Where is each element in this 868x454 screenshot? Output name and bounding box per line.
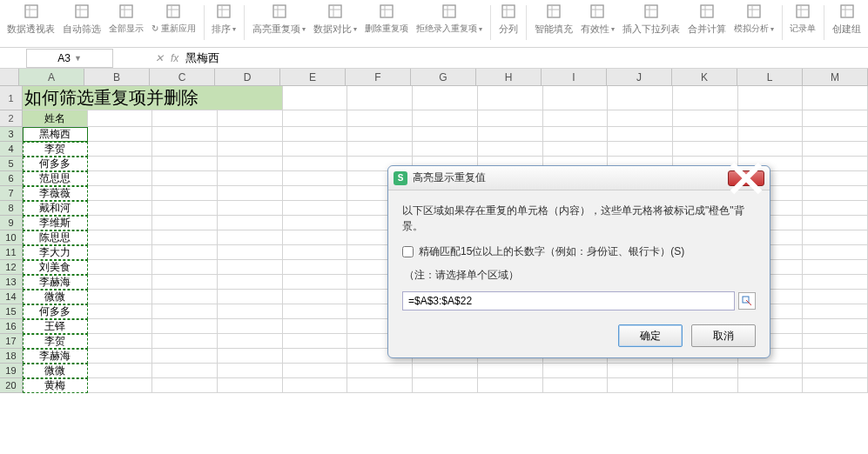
cell[interactable] xyxy=(218,275,283,290)
cell[interactable] xyxy=(218,260,283,275)
cell[interactable] xyxy=(803,290,868,304)
cell[interactable] xyxy=(803,378,868,393)
col-header-E[interactable]: E xyxy=(280,69,346,85)
cell[interactable] xyxy=(88,110,153,127)
cell[interactable] xyxy=(478,127,543,142)
row-header[interactable]: 10 xyxy=(0,230,23,245)
row-header[interactable]: 8 xyxy=(0,201,23,216)
cell[interactable] xyxy=(283,86,348,110)
cell[interactable] xyxy=(283,142,348,157)
ribbon-dedupe-button[interactable]: 删除重复项 xyxy=(361,2,412,43)
cell[interactable] xyxy=(152,334,218,349)
cell[interactable] xyxy=(283,334,348,349)
cell[interactable] xyxy=(803,171,868,186)
col-header-M[interactable]: M xyxy=(803,69,868,85)
dialog-titlebar[interactable]: S 高亮显示重复值 xyxy=(388,166,770,190)
cell[interactable] xyxy=(88,304,153,319)
cell[interactable] xyxy=(478,378,543,393)
data-cell[interactable]: 何多多 xyxy=(23,304,88,319)
col-header-F[interactable]: F xyxy=(346,69,411,85)
cell[interactable] xyxy=(152,142,218,157)
cell[interactable] xyxy=(803,364,868,378)
fx-icon[interactable]: fx xyxy=(171,52,178,64)
ribbon-showall-button[interactable]: 全部显示 xyxy=(105,2,147,43)
row-header[interactable]: 5 xyxy=(0,157,23,171)
cell[interactable] xyxy=(88,290,153,304)
row-header[interactable]: 6 xyxy=(0,171,23,186)
cell[interactable] xyxy=(803,334,868,349)
data-cell[interactable]: 王铎 xyxy=(23,319,88,334)
ribbon-sort-button[interactable]: 排序▾ xyxy=(208,2,239,43)
cell[interactable] xyxy=(803,230,868,245)
cell[interactable] xyxy=(283,127,348,142)
cell[interactable] xyxy=(283,171,348,186)
cell[interactable] xyxy=(152,260,218,275)
cell[interactable] xyxy=(738,110,804,127)
cell[interactable] xyxy=(803,349,868,364)
cell[interactable] xyxy=(283,378,348,393)
data-cell[interactable]: 刘美食 xyxy=(23,260,88,275)
row-header[interactable]: 9 xyxy=(0,216,23,230)
title-cell[interactable]: 如何筛选重复项并删除 xyxy=(23,86,283,110)
ribbon-compare-button[interactable]: 数据对比▾ xyxy=(310,2,360,43)
data-cell[interactable]: 李赫海 xyxy=(23,349,88,364)
cell[interactable] xyxy=(283,304,348,319)
cell[interactable] xyxy=(218,186,283,201)
cell[interactable] xyxy=(283,319,348,334)
data-cell[interactable]: 李贺 xyxy=(23,334,88,349)
col-header-I[interactable]: I xyxy=(542,69,607,85)
cell[interactable] xyxy=(88,349,153,364)
col-header-C[interactable]: C xyxy=(150,69,215,85)
data-cell[interactable]: 李大力 xyxy=(23,245,88,260)
ribbon-reapply-button[interactable]: ↻ 重新应用 xyxy=(148,2,199,43)
row-header[interactable]: 4 xyxy=(0,142,23,157)
ribbon-fill-button[interactable]: 智能填充 xyxy=(531,2,576,43)
cell[interactable] xyxy=(218,334,283,349)
cell[interactable] xyxy=(608,86,673,110)
cancel-formula-icon[interactable]: ✕ xyxy=(155,52,164,64)
cell[interactable] xyxy=(347,110,413,127)
cell[interactable] xyxy=(347,86,413,110)
cell[interactable] xyxy=(673,142,738,157)
row-header[interactable]: 13 xyxy=(0,275,23,290)
cell[interactable] xyxy=(152,290,218,304)
cell[interactable] xyxy=(152,349,218,364)
ribbon-valid-button[interactable]: 有效性▾ xyxy=(577,2,618,43)
cell[interactable] xyxy=(218,364,283,378)
cell[interactable] xyxy=(347,364,413,378)
cell[interactable] xyxy=(152,364,218,378)
cell[interactable] xyxy=(88,245,153,260)
col-header-L[interactable]: L xyxy=(737,69,803,85)
cell[interactable] xyxy=(608,364,673,378)
col-header-G[interactable]: G xyxy=(411,69,476,85)
cell[interactable] xyxy=(803,110,868,127)
data-cell[interactable]: 李赫海 xyxy=(23,275,88,290)
cell[interactable] xyxy=(88,364,153,378)
row-header[interactable]: 3 xyxy=(0,127,23,142)
cell[interactable] xyxy=(803,216,868,230)
cell[interactable] xyxy=(803,157,868,171)
cell[interactable] xyxy=(88,216,153,230)
cell[interactable] xyxy=(283,364,348,378)
cell[interactable] xyxy=(543,364,609,378)
col-header-H[interactable]: H xyxy=(476,69,542,85)
cell[interactable] xyxy=(218,216,283,230)
cell[interactable] xyxy=(803,245,868,260)
ribbon-split-button[interactable]: 分列 xyxy=(495,2,521,43)
range-input[interactable] xyxy=(402,291,735,310)
cell[interactable] xyxy=(152,110,218,127)
cell[interactable] xyxy=(283,110,348,127)
cell[interactable] xyxy=(478,110,543,127)
cell[interactable] xyxy=(803,127,868,142)
cell[interactable] xyxy=(283,290,348,304)
ribbon-filter-button[interactable]: 自动筛选 xyxy=(59,2,104,43)
range-picker-button[interactable] xyxy=(738,292,756,310)
cell[interactable] xyxy=(803,260,868,275)
row-header[interactable]: 14 xyxy=(0,290,23,304)
cell[interactable] xyxy=(803,319,868,334)
cell[interactable] xyxy=(218,245,283,260)
cell[interactable] xyxy=(218,319,283,334)
data-cell[interactable]: 戴和河 xyxy=(23,201,88,216)
row-header[interactable]: 20 xyxy=(0,378,23,393)
col-header-K[interactable]: K xyxy=(672,69,737,85)
